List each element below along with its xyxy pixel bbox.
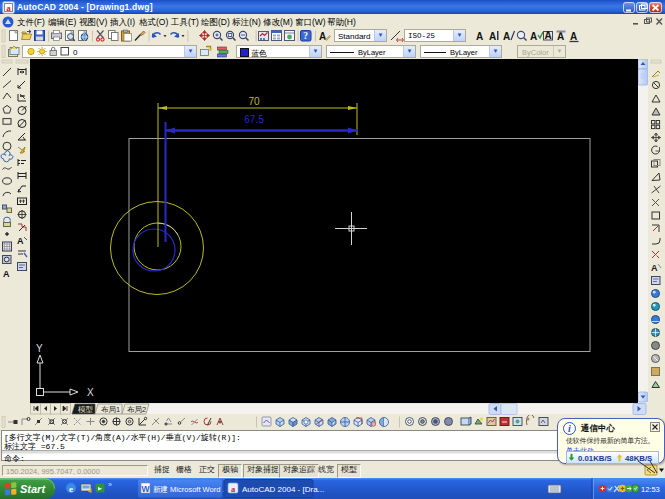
- svg-text:a: a: [6, 3, 11, 13]
- svg-text:W: W: [141, 484, 150, 494]
- svg-text:0.01KB/S: 0.01KB/S: [578, 453, 612, 461]
- svg-text:A: A: [17, 236, 24, 246]
- svg-text:?: ?: [303, 31, 308, 41]
- svg-text:A: A: [489, 31, 496, 42]
- svg-text:A: A: [570, 31, 577, 42]
- svg-text:A: A: [476, 31, 483, 42]
- svg-text:67.5: 67.5: [244, 114, 264, 125]
- svg-text:A: A: [530, 31, 537, 42]
- svg-text:Start: Start: [20, 483, 46, 495]
- svg-text:A: A: [3, 269, 10, 279]
- svg-text:»: »: [108, 481, 112, 488]
- svg-text:AutoCAD 2004 - [Dra...: AutoCAD 2004 - [Dra...: [242, 485, 324, 494]
- svg-text:X: X: [87, 387, 94, 398]
- svg-text:A: A: [503, 31, 510, 42]
- svg-text:新建 Microsoft Word ...: 新建 Microsoft Word ...: [153, 485, 229, 494]
- svg-text:模型: 模型: [78, 405, 94, 414]
- svg-text:12:53: 12:53: [641, 485, 660, 494]
- svg-text:A: A: [319, 31, 326, 42]
- svg-text:布局2: 布局2: [127, 405, 146, 414]
- svg-text:i: i: [568, 423, 571, 434]
- svg-text:e: e: [69, 484, 73, 494]
- svg-text:A: A: [545, 30, 552, 41]
- svg-text:A: A: [651, 263, 658, 273]
- svg-text:70: 70: [248, 96, 260, 107]
- svg-text:布局1: 布局1: [101, 405, 120, 414]
- svg-text:Y: Y: [36, 343, 43, 354]
